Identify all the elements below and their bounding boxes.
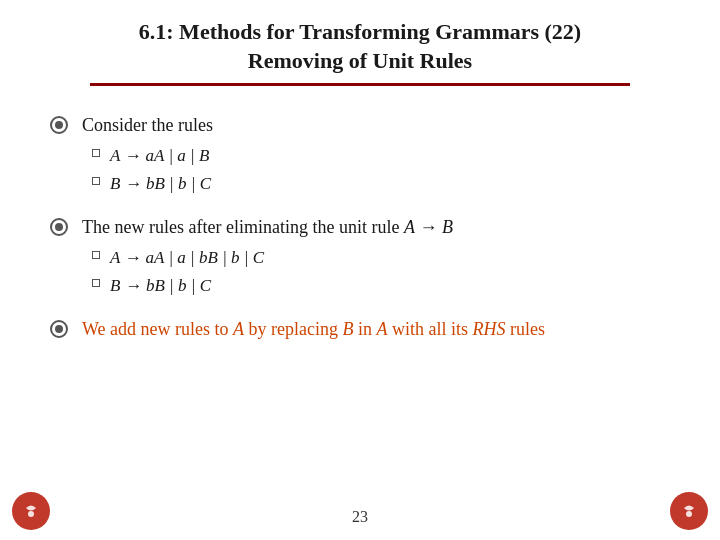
sub-bullet-marker-1-1 xyxy=(92,149,100,157)
sub-bullet-text-1-2: B → bB | b | C xyxy=(110,171,211,197)
sub-bullet-2-1: A → aA | a | bB | b | C xyxy=(92,245,670,271)
page-number: 23 xyxy=(352,508,368,525)
bullet-label-1: Consider the rules xyxy=(82,115,213,135)
sub-bullets-1: A → aA | a | B B → bB | b | C xyxy=(92,143,670,196)
sub-bullet-1-1: A → aA | a | B xyxy=(92,143,670,169)
title-line2: Removing of Unit Rules xyxy=(248,48,472,73)
bullet-item-1: Consider the rules A → aA | a | B B → bB… xyxy=(50,112,670,196)
slide-header: 6.1: Methods for Transforming Grammars (… xyxy=(0,0,720,94)
bullet-marker-3 xyxy=(50,320,68,338)
bullet-content-3: We add new rules to A by replacing B in … xyxy=(82,316,670,343)
title-underline xyxy=(90,83,630,86)
slide-title: 6.1: Methods for Transforming Grammars (… xyxy=(60,18,660,75)
corner-icon-bl xyxy=(12,492,50,530)
sub-bullet-2-2: B → bB | b | C xyxy=(92,273,670,299)
sub-bullet-text-2-2: B → bB | b | C xyxy=(110,273,211,299)
sub-bullet-marker-2-1 xyxy=(92,251,100,259)
bullet-marker-2 xyxy=(50,218,68,236)
bullet-content-1: Consider the rules A → aA | a | B B → bB… xyxy=(82,112,670,196)
bullet-content-2: The new rules after eliminating the unit… xyxy=(82,214,670,298)
title-line1: 6.1: Methods for Transforming Grammars (… xyxy=(139,19,581,44)
slide-content: Consider the rules A → aA | a | B B → bB… xyxy=(0,94,720,508)
slide-footer: 23 xyxy=(0,508,720,540)
sub-bullet-text-1-1: A → aA | a | B xyxy=(110,143,209,169)
bullet-label-2: The new rules after eliminating the unit… xyxy=(82,217,453,237)
svg-point-5 xyxy=(28,511,34,517)
sub-bullet-marker-1-2 xyxy=(92,177,100,185)
bullet-marker-1 xyxy=(50,116,68,134)
bullet-item-2: The new rules after eliminating the unit… xyxy=(50,214,670,298)
bullet-label-3: We add new rules to A by replacing B in … xyxy=(82,319,545,339)
sub-bullet-text-2-1: A → aA | a | bB | b | C xyxy=(110,245,264,271)
sub-bullet-marker-2-2 xyxy=(92,279,100,287)
slide: 6.1: Methods for Transforming Grammars (… xyxy=(0,0,720,540)
bullet-item-3: We add new rules to A by replacing B in … xyxy=(50,316,670,343)
sub-bullet-1-2: B → bB | b | C xyxy=(92,171,670,197)
sub-bullets-2: A → aA | a | bB | b | C B → bB | b | C xyxy=(92,245,670,298)
corner-icon-br xyxy=(670,492,708,530)
svg-point-7 xyxy=(686,511,692,517)
